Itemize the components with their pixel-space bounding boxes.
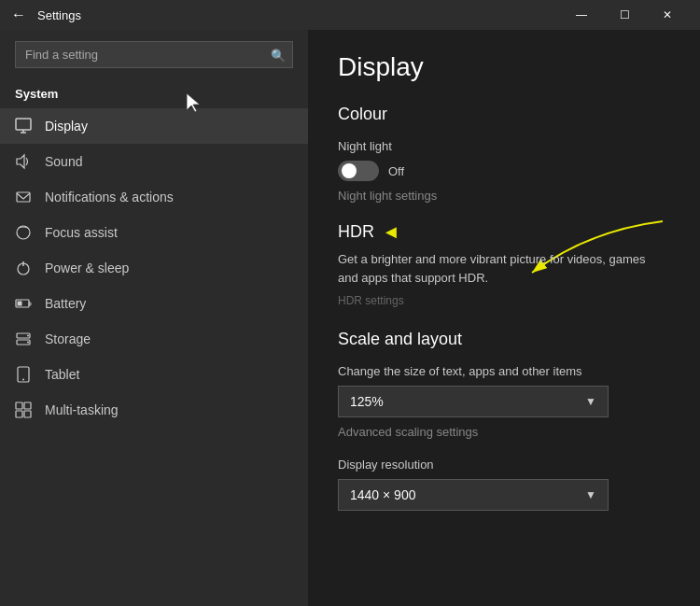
resolution-label: Display resolution [338,458,670,472]
night-light-label: Night light [338,139,670,153]
battery-label: Battery [45,296,86,311]
system-label: System [0,79,308,108]
display-label: Display [45,119,88,134]
scale-desc: Change the size of text, apps and other … [338,364,670,378]
sidebar-item-tablet[interactable]: Tablet [0,357,308,392]
night-light-toggle[interactable] [338,161,379,181]
power-icon [15,260,32,276]
notifications-label: Notifications & actions [45,190,174,204]
svg-rect-17 [16,402,22,409]
storage-label: Storage [45,331,91,346]
display-icon [15,118,32,134]
toggle-knob [342,163,357,178]
minimize-button[interactable]: — [560,0,603,30]
sound-icon [15,153,32,170]
svg-rect-0 [16,119,31,130]
window-controls: — ☐ ✕ [560,0,689,30]
sidebar-item-multitasking[interactable]: Multi-tasking [0,392,308,428]
colour-section-title: Colour [338,105,670,124]
hdr-description: Get a brighter and more vibrant picture … [338,250,655,287]
tablet-label: Tablet [45,367,79,382]
svg-rect-18 [24,402,31,409]
chevron-down-icon-2: ▼ [585,488,596,501]
tablet-icon [15,366,32,383]
notifications-icon [15,189,32,205]
night-light-state: Off [388,164,404,178]
sidebar-item-storage[interactable]: Storage [0,321,308,357]
search-input[interactable] [15,41,293,68]
titlebar: ← Settings — ☐ ✕ [0,0,700,30]
focus-label: Focus assist [45,225,118,240]
scale-dropdown[interactable]: 125% ▼ [338,386,609,417]
resolution-dropdown[interactable]: 1440 × 900 ▼ [338,479,609,511]
search-icon: 🔍 [271,48,286,62]
sidebar: 🔍 System Display Sound [0,30,308,606]
svg-rect-19 [16,411,22,417]
resolution-value: 1440 × 900 [350,487,415,502]
sidebar-item-focus[interactable]: Focus assist [0,215,308,250]
back-button[interactable]: ← [11,7,26,23]
svg-point-14 [27,342,29,344]
sidebar-item-notifications[interactable]: Notifications & actions [0,179,308,215]
search-container: 🔍 [15,41,293,68]
scale-section: Change the size of text, apps and other … [338,364,670,439]
multitasking-label: Multi-tasking [45,402,119,417]
sidebar-item-sound[interactable]: Sound [0,144,308,179]
night-light-toggle-row: Off [338,161,670,181]
scale-section-title: Scale and layout [338,330,670,349]
battery-icon [15,295,32,312]
scale-value: 125% [350,394,384,409]
sidebar-item-battery[interactable]: Battery [0,286,308,321]
multitasking-icon [15,402,32,418]
hdr-arrow-icon: ◄ [382,221,400,243]
hdr-section: HDR ◄ Get a brighter and more vibrant pi… [338,221,670,307]
sound-label: Sound [45,154,82,169]
svg-rect-4 [17,192,30,202]
sidebar-item-power[interactable]: Power & sleep [0,250,308,286]
sidebar-item-display[interactable]: Display [0,108,308,144]
focus-icon [15,224,32,241]
svg-point-16 [22,379,24,381]
svg-marker-3 [17,155,24,168]
close-button[interactable]: ✕ [646,0,689,30]
titlebar-title: Settings [37,8,560,22]
main-content: 🔍 System Display Sound [0,30,700,606]
svg-point-13 [27,335,29,337]
maximize-button[interactable]: ☐ [603,0,646,30]
svg-rect-10 [18,302,22,306]
power-label: Power & sleep [45,261,129,275]
page-title: Display [338,52,670,82]
storage-icon [15,331,32,347]
chevron-down-icon: ▼ [585,395,596,408]
hdr-settings-link[interactable]: HDR settings [338,294,670,307]
advanced-scaling-link[interactable]: Advanced scaling settings [338,425,670,439]
svg-rect-20 [24,411,31,417]
svg-rect-9 [29,303,31,305]
content-area: Display Colour Night light Off Night lig… [308,30,700,606]
hdr-title: HDR ◄ [338,221,670,243]
night-light-settings-link[interactable]: Night light settings [338,189,670,203]
